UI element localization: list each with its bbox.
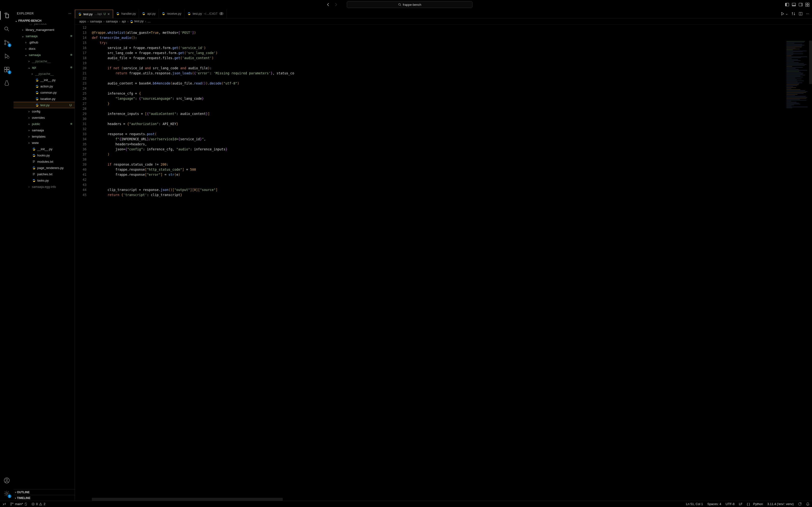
close-icon[interactable]: ✕ (107, 12, 110, 16)
folder-section-header[interactable]: ⌄ FRAPPE-BENCH (13, 18, 75, 24)
svg-point-25 (11, 504, 12, 505)
breadcrumb-segment[interactable]: samaaja (106, 19, 118, 23)
activity-settings[interactable]: 1 (3, 490, 11, 497)
encoding[interactable]: UTF-8 (726, 502, 735, 506)
breadcrumb-segment[interactable]: test.py (130, 19, 144, 23)
minimap[interactable] (785, 40, 812, 497)
activity-account[interactable] (3, 476, 11, 484)
activity-testing[interactable] (3, 79, 11, 87)
tree-item[interactable]: ›samaaja (13, 127, 75, 133)
tree-item[interactable]: ›__pycache__ (13, 70, 75, 77)
svg-point-12 (5, 40, 6, 42)
breadcrumb-segment[interactable]: samaaja (90, 19, 102, 23)
editor-tab[interactable]: test.py…/apiU✕ (75, 10, 113, 18)
search-icon (398, 3, 401, 6)
tree-item[interactable]: ›samaaja.egg-info (13, 183, 75, 190)
line-gutter: 1213141516171819202122232425262728293031… (75, 24, 92, 501)
tree-item[interactable]: ⌄api (13, 64, 75, 70)
activity-debug[interactable] (3, 52, 11, 60)
tree-item[interactable]: ›.github (13, 39, 75, 45)
command-center[interactable]: frappe-bench (347, 1, 472, 8)
tree-item[interactable]: ›__pycache__ (13, 58, 75, 64)
timeline-label: TIMELINE (17, 496, 31, 500)
tree-item[interactable]: ›www (13, 139, 75, 146)
editor-tab[interactable]: receive.py (159, 9, 185, 18)
timeline-section[interactable]: › TIMELINE (13, 495, 75, 501)
tree-item[interactable]: modules.txt (13, 158, 75, 165)
remote-indicator[interactable] (2, 502, 6, 506)
vertical-scrollbar[interactable] (809, 41, 812, 84)
sidebar-more-icon[interactable]: ⋯ (68, 12, 71, 15)
python-interpreter[interactable]: 3.11.4 ('env': venv) (767, 502, 794, 506)
tree-item[interactable]: ›config (13, 108, 75, 114)
cursor-position[interactable]: Ln 51, Col 1 (686, 502, 703, 506)
nav-back-icon[interactable] (326, 2, 331, 7)
layout-sidebar-right-icon[interactable] (799, 2, 803, 7)
tree-item[interactable]: location.py (13, 96, 75, 102)
outline-section[interactable]: › OUTLINE (13, 489, 75, 495)
tree-item[interactable]: common.py (13, 89, 75, 96)
svg-rect-19 (7, 67, 9, 69)
editor-tab[interactable]: test.py~/…/C4GT2 (185, 9, 227, 18)
svg-point-21 (6, 479, 8, 481)
editor-tabs: test.py…/apiU✕handler.pyapi.pyreceive.py… (75, 9, 812, 18)
tree-item[interactable]: __init__.py (13, 77, 75, 83)
tree-item[interactable]: ›templates (13, 133, 75, 139)
activity-search[interactable] (3, 25, 11, 33)
breadcrumb[interactable]: apps›samaaja›samaaja›api› test.py›… (75, 18, 812, 24)
tree-item[interactable]: tasks.py (13, 177, 75, 183)
tree-item[interactable]: test.pyU (13, 102, 75, 108)
tree-item[interactable]: ›overrides (13, 114, 75, 121)
svg-point-11 (5, 27, 8, 30)
breadcrumb-segment[interactable]: … (147, 19, 151, 23)
editor-tab[interactable]: handler.py (113, 9, 139, 18)
tree-item[interactable]: __init__.py (13, 146, 75, 152)
eol[interactable]: LF (739, 502, 743, 506)
run-icon[interactable] (780, 12, 784, 16)
activity-explorer[interactable] (3, 12, 11, 19)
tree-item[interactable]: yarn.lock (13, 24, 75, 26)
notifications-icon[interactable] (806, 502, 810, 506)
tree-item[interactable]: ⌄samaaja (13, 52, 75, 58)
split-editor-icon[interactable] (799, 12, 803, 16)
horizontal-scrollbar[interactable] (92, 498, 283, 501)
breadcrumb-segment[interactable]: apps (79, 19, 86, 23)
svg-rect-2 (785, 3, 787, 6)
tree-item[interactable]: ›docs (13, 45, 75, 52)
code-content[interactable]: @frappe.whitelist(allow_guest=True, meth… (92, 24, 812, 501)
editor-tab[interactable]: api.py (139, 9, 159, 18)
tree-item[interactable]: patches.txt (13, 171, 75, 177)
error-count: 0 (36, 502, 38, 506)
svg-rect-16 (4, 67, 6, 69)
titlebar: frappe-bench (0, 0, 812, 9)
tree-item[interactable]: action.py (13, 83, 75, 89)
file-tree[interactable]: yarn.lock›library_management⌄samaaja›.gi… (13, 24, 75, 489)
language-mode[interactable]: { } Python (747, 502, 763, 506)
svg-rect-6 (801, 3, 803, 6)
sync-icon (24, 502, 28, 506)
tree-item[interactable]: ›public (13, 121, 75, 127)
git-branch[interactable]: main* (10, 502, 28, 506)
nav-forward-icon[interactable] (334, 2, 338, 7)
layout-sidebar-left-icon[interactable] (785, 2, 789, 7)
customize-layout-icon[interactable] (805, 2, 810, 7)
error-icon (32, 502, 35, 506)
tree-item[interactable]: ›library_management (13, 26, 75, 33)
activity-extensions[interactable]: 1 (3, 66, 11, 73)
indentation[interactable]: Spaces: 4 (707, 502, 721, 506)
svg-rect-8 (808, 3, 809, 4)
svg-rect-7 (806, 3, 807, 4)
warning-icon (39, 502, 42, 506)
layout-panel-icon[interactable] (792, 2, 796, 7)
compare-icon[interactable] (792, 12, 795, 16)
tree-item[interactable]: ⌄samaaja (13, 33, 75, 39)
breadcrumb-segment[interactable]: api (122, 19, 126, 23)
problems-indicator[interactable]: 0 2 (32, 502, 45, 506)
tree-item[interactable]: hooks.py (13, 152, 75, 158)
activity-scm[interactable]: 5 (3, 39, 11, 46)
feedback-icon[interactable] (798, 502, 802, 506)
run-chevron-icon[interactable]: ⌄ (785, 12, 788, 15)
tree-item[interactable]: page_renderers.py (13, 165, 75, 171)
tab-more-icon[interactable]: ⋯ (806, 12, 809, 15)
svg-point-15 (7, 56, 9, 58)
